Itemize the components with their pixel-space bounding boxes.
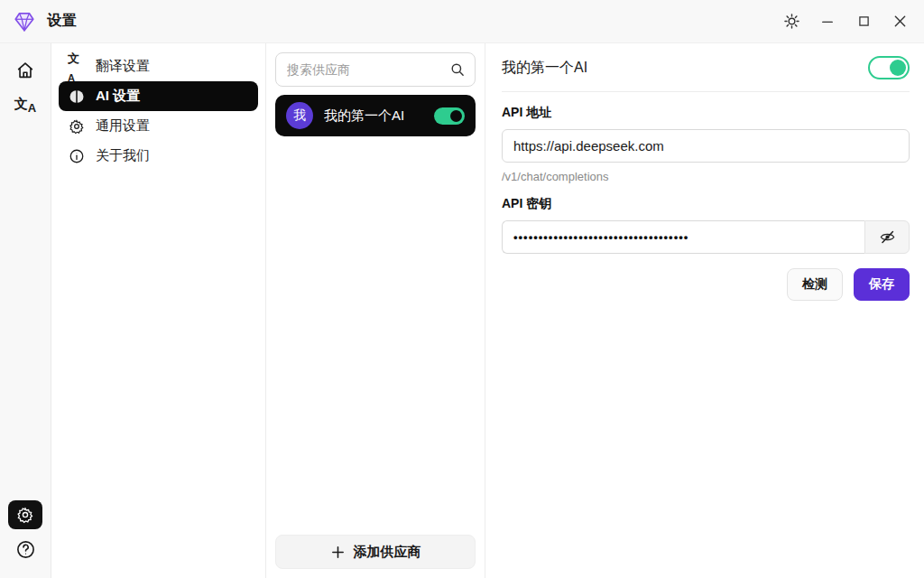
- provider-search: [275, 52, 476, 87]
- provider-list-panel: 我 我的第一个AI 添加供应商: [266, 43, 485, 578]
- nav-rail: 文A: [0, 43, 51, 578]
- menu-item-label: 通用设置: [96, 117, 150, 135]
- info-icon: [68, 147, 86, 165]
- detail-enabled-toggle[interactable]: [868, 56, 910, 79]
- rail-help-icon[interactable]: [8, 535, 42, 564]
- menu-item-about[interactable]: 关于我们: [59, 141, 258, 171]
- add-provider-button[interactable]: 添加供应商: [275, 535, 476, 569]
- menu-item-translate-settings[interactable]: 文A 翻译设置: [59, 51, 258, 81]
- api-key-input[interactable]: [502, 220, 864, 254]
- detail-title: 我的第一个AI: [502, 59, 587, 78]
- theme-toggle-sun-icon[interactable]: [776, 6, 807, 37]
- detail-header: 我的第一个AI: [502, 43, 910, 92]
- provider-list-item[interactable]: 我 我的第一个AI: [275, 95, 476, 136]
- window-title: 设置: [47, 12, 78, 31]
- save-button[interactable]: 保存: [854, 268, 910, 301]
- gear-icon: [68, 117, 86, 135]
- menu-item-general-settings[interactable]: 通用设置: [59, 111, 258, 141]
- settings-window: 设置: [0, 0, 924, 578]
- api-url-input[interactable]: [502, 129, 910, 163]
- window-controls: [771, 6, 915, 37]
- menu-item-label: 关于我们: [96, 147, 150, 164]
- toggle-knob: [450, 110, 462, 122]
- close-icon[interactable]: [884, 6, 915, 37]
- rail-home-icon[interactable]: [8, 56, 42, 85]
- app-logo-gem-icon: [11, 8, 38, 35]
- menu-item-label: 翻译设置: [96, 58, 150, 75]
- rail-translate-icon[interactable]: 文A: [8, 90, 42, 119]
- toggle-knob: [890, 60, 906, 76]
- maximize-icon[interactable]: [848, 6, 879, 37]
- provider-avatar: 我: [286, 102, 313, 129]
- titlebar: 设置: [0, 0, 924, 43]
- provider-enabled-toggle[interactable]: [434, 107, 465, 125]
- api-key-row: [502, 220, 910, 254]
- api-key-label: API 密钥: [502, 196, 910, 212]
- provider-detail-pane: 我的第一个AI API 地址 /v1/chat/completions API …: [485, 43, 924, 578]
- provider-list-spacer: [275, 136, 476, 535]
- toggle-key-visibility-button[interactable]: [864, 220, 910, 254]
- menu-item-label: AI 设置: [96, 88, 140, 105]
- translate-icon: 文A: [68, 58, 86, 76]
- plus-icon: [330, 545, 346, 560]
- add-provider-label: 添加供应商: [354, 544, 421, 561]
- eye-slash-icon: [879, 228, 896, 246]
- provider-name: 我的第一个AI: [324, 107, 423, 125]
- settings-menu: 文A 翻译设置 AI 设置: [51, 43, 266, 578]
- app-body: 文A 文A 翻译: [0, 43, 924, 578]
- provider-search-input[interactable]: [275, 52, 476, 87]
- brain-icon: [68, 88, 86, 106]
- minimize-icon[interactable]: [812, 6, 843, 37]
- test-button[interactable]: 检测: [787, 268, 843, 301]
- api-url-label: API 地址: [502, 105, 910, 121]
- menu-item-ai-settings[interactable]: AI 设置: [59, 81, 258, 111]
- rail-settings-gear-icon[interactable]: [8, 500, 42, 529]
- api-url-hint: /v1/chat/completions: [502, 170, 910, 183]
- detail-actions: 检测 保存: [502, 268, 910, 301]
